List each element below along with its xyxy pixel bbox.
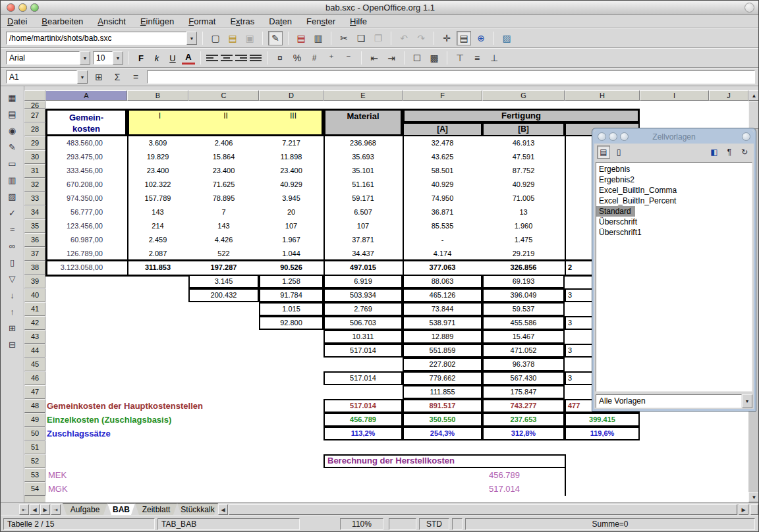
horizontal-scroll-thumb[interactable]	[229, 504, 737, 515]
row-header-31[interactable]: 31	[24, 164, 45, 178]
choose-themes-icon[interactable]: ▨	[4, 189, 21, 204]
stylist-title-bar[interactable]: Zellvorlagen	[594, 130, 754, 144]
delete-decimal-icon[interactable]: ⁻	[341, 51, 356, 65]
cell-F38[interactable]: 377.063	[403, 261, 482, 275]
copy-icon[interactable]: ❏	[354, 31, 368, 45]
row-header-37[interactable]: 37	[24, 247, 45, 261]
url-combobox[interactable]: ▼	[6, 32, 197, 45]
italic-button[interactable]: k	[150, 51, 163, 65]
row-header-41[interactable]: 41	[24, 302, 45, 316]
column-header-B[interactable]: B	[127, 90, 188, 101]
url-dropdown-icon[interactable]: ▼	[186, 32, 197, 45]
cell-E53-mek[interactable]: MEK	[48, 468, 101, 482]
column-header-I[interactable]: I	[640, 90, 709, 101]
cell-D42[interactable]: 92.800	[259, 316, 323, 330]
row-header-52[interactable]: 52	[24, 454, 45, 468]
cell-F33[interactable]: 74.950	[403, 192, 482, 205]
cell-G44[interactable]: 471.052	[482, 344, 565, 358]
font-name-combobox[interactable]: ▼	[6, 51, 90, 65]
window-menu-icon[interactable]	[745, 3, 754, 13]
cell-A33[interactable]: 974.350,00	[45, 192, 127, 205]
menu-format[interactable]: Format	[188, 16, 215, 26]
row-header-29[interactable]: 29	[24, 136, 45, 150]
cell-ref-dropdown-icon[interactable]: ▼	[77, 70, 88, 84]
column-header-E[interactable]: E	[323, 90, 403, 101]
cell-C38[interactable]: 197.287	[188, 261, 259, 275]
row-header-42[interactable]: 42	[24, 316, 45, 330]
column-header-H[interactable]: H	[565, 90, 640, 101]
cell-D38[interactable]: 90.526	[259, 261, 323, 275]
add-decimal-icon[interactable]: ⁺	[324, 51, 339, 65]
cell-B29[interactable]: 3.609	[127, 136, 188, 150]
formula-input-line[interactable]	[147, 70, 755, 84]
font-color-button[interactable]: A	[182, 51, 195, 65]
cell-D30[interactable]: 11.898	[259, 150, 323, 164]
align-bottom-icon[interactable]: ⊥	[487, 51, 501, 65]
style-list[interactable]: ErgebnisErgebnis2Excel_BuiltIn_CommaExce…	[596, 162, 752, 392]
cell-F47[interactable]: 111.855	[403, 385, 482, 399]
label-zuschlagssaetze[interactable]: Zuschlagssätze	[47, 427, 323, 440]
cut-icon[interactable]: ✂	[337, 31, 351, 45]
filter-icon[interactable]: ▽	[4, 271, 21, 286]
cell-E29[interactable]: 236.968	[323, 136, 403, 150]
cell-A38[interactable]: 3.123.058,00	[45, 261, 127, 275]
last-sheet-icon[interactable]: ⇥	[51, 504, 61, 515]
cell-F42[interactable]: 538.971	[403, 316, 482, 330]
find-replace-icon[interactable]: ∞	[4, 238, 21, 253]
borders-icon[interactable]: ☐	[410, 51, 424, 65]
insert-object-icon[interactable]: ◉	[4, 123, 21, 138]
sort-descending-icon[interactable]: ↑	[4, 304, 21, 319]
style-item-standard[interactable]: Standard	[596, 206, 635, 217]
cell-C37[interactable]: 522	[188, 247, 259, 261]
group-icon[interactable]: ⊞	[4, 321, 21, 336]
autospellcheck-icon[interactable]: ≈	[4, 222, 21, 237]
cell-C39[interactable]: 3.145	[188, 275, 259, 288]
status-zoom[interactable]: 110%	[340, 518, 383, 530]
new-document-icon[interactable]: ▢	[208, 31, 223, 45]
cell-D36[interactable]: 1.967	[259, 233, 323, 247]
cell-F54-mgk-value[interactable]: 517.014	[403, 482, 520, 496]
vertical-scroll-thumb[interactable]	[748, 101, 759, 129]
gallery-icon[interactable]: ▨	[499, 31, 514, 45]
cell-G47[interactable]: 175.847	[482, 385, 565, 399]
background-color-icon[interactable]: ▩	[427, 51, 441, 65]
column-header-C[interactable]: C	[188, 90, 259, 101]
cell-G32[interactable]: 40.929	[482, 178, 565, 192]
cell-F40[interactable]: 465.126	[403, 288, 482, 302]
row-header-30[interactable]: 30	[24, 150, 45, 164]
decrease-indent-icon[interactable]: ⇤	[367, 51, 381, 65]
header-material[interactable]: Material	[323, 109, 403, 136]
cell-G46[interactable]: 567.430	[482, 371, 565, 385]
cell-D37[interactable]: 1.044	[259, 247, 323, 261]
cell-C30[interactable]: 15.864	[188, 150, 259, 164]
cell-F36[interactable]: -	[403, 233, 482, 247]
cell-E34[interactable]: 6.507	[323, 205, 403, 219]
cell-G36[interactable]: 1.475	[482, 233, 565, 247]
cell-D33[interactable]: 3.945	[259, 192, 323, 205]
cell-E46[interactable]: 517.014	[323, 371, 403, 385]
style-item-überschrift1[interactable]: Überschrift1	[596, 227, 752, 238]
cell-G40[interactable]: 396.049	[482, 288, 565, 302]
cell-G34[interactable]: 13	[482, 205, 565, 219]
next-sheet-icon[interactable]: ▶	[40, 504, 50, 515]
align-justify-icon[interactable]	[250, 53, 262, 63]
cell-reference-box[interactable]: ▼	[6, 70, 88, 84]
row-header-26[interactable]: 26	[24, 101, 45, 109]
sheet-tab-aufgabe[interactable]: Aufgabe	[63, 503, 107, 515]
cell-D34[interactable]: 20	[259, 205, 323, 219]
cell-E35[interactable]: 107	[323, 219, 403, 233]
font-size-input[interactable]	[93, 51, 113, 65]
cell-G31[interactable]: 87.752	[482, 164, 565, 178]
cell-G42[interactable]: 455.586	[482, 316, 565, 330]
style-filter-combobox[interactable]: Alle Vorlagen ▼	[596, 394, 752, 408]
menu-ansicht[interactable]: Ansicht	[98, 16, 126, 26]
cell-E54-mgk[interactable]: MGK	[48, 482, 101, 496]
cell-E39[interactable]: 6.919	[323, 275, 403, 288]
cell-F29[interactable]: 32.478	[403, 136, 482, 150]
cell-C32[interactable]: 71.625	[188, 178, 259, 192]
cell-E32[interactable]: 51.161	[323, 178, 403, 192]
cell-A32[interactable]: 670.208,00	[45, 178, 127, 192]
header-fertigung[interactable]: Fertigung	[403, 109, 640, 123]
ungroup-icon[interactable]: ⊟	[4, 337, 21, 352]
style-item-ergebnis[interactable]: Ergebnis	[596, 164, 752, 174]
